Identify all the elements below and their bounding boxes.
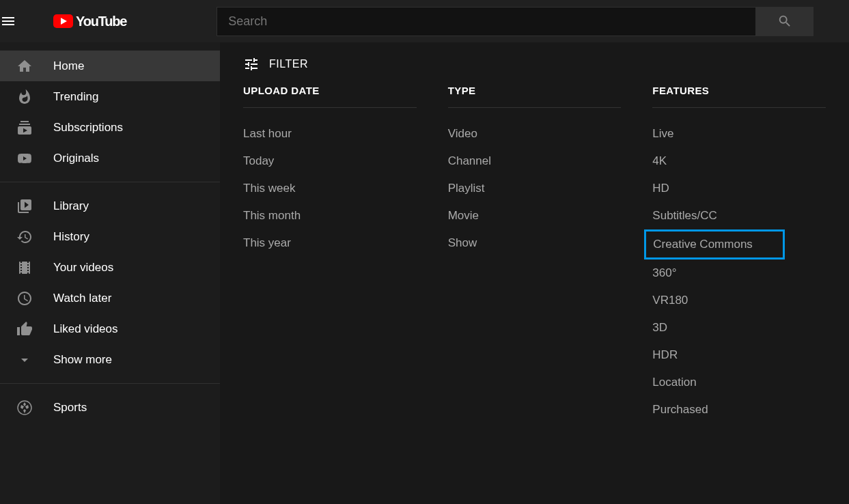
home-icon <box>16 58 33 74</box>
filter-option-360-[interactable]: 360° <box>652 260 826 287</box>
filter-option-video[interactable]: Video <box>448 120 622 148</box>
filter-option-movie[interactable]: Movie <box>448 202 622 229</box>
sidebar-item-home[interactable]: Home <box>0 51 220 81</box>
search-icon <box>777 14 792 29</box>
sidebar-item-liked-videos[interactable]: Liked videos <box>0 313 220 344</box>
youtube-logo[interactable]: YouTube <box>53 14 126 29</box>
sidebar: HomeTrendingSubscriptionsOriginals Libra… <box>0 42 220 504</box>
thumb-icon-wrap <box>16 321 53 337</box>
sidebar-item-trending[interactable]: Trending <box>0 81 220 112</box>
filter-option-creative-commons[interactable]: Creative Commons <box>644 229 785 260</box>
tune-icon <box>243 56 260 72</box>
sidebar-item-label: Trending <box>53 90 204 104</box>
clock-icon <box>16 290 33 307</box>
subscriptions-icon <box>16 120 33 136</box>
filter-option-playlist[interactable]: Playlist <box>448 175 622 202</box>
sidebar-item-label: Sports <box>53 401 204 415</box>
filter-option-hdr[interactable]: HDR <box>652 341 826 369</box>
filter-column-heading: FEATURES <box>652 85 826 108</box>
history-icon <box>16 229 33 245</box>
clock-icon-wrap <box>16 290 53 307</box>
hamburger-icon <box>0 13 16 29</box>
history-icon-wrap <box>16 229 53 245</box>
sidebar-item-label: Watch later <box>53 292 204 305</box>
sidebar-item-show-more[interactable]: Show more <box>0 344 220 375</box>
filter-option-3d[interactable]: 3D <box>652 314 826 341</box>
search-bar <box>217 8 813 35</box>
sports-icon <box>16 400 33 416</box>
sidebar-item-label: Show more <box>53 353 204 367</box>
sidebar-section-secondary: LibraryHistoryYour videosWatch laterLike… <box>0 182 220 384</box>
chevron-icon <box>16 352 33 368</box>
filter-option-last-hour[interactable]: Last hour <box>243 120 417 148</box>
search-input[interactable] <box>217 7 756 36</box>
sidebar-item-label: Subscriptions <box>53 121 204 135</box>
filter-option-hd[interactable]: HD <box>652 175 826 202</box>
originals-icon <box>16 150 33 167</box>
sidebar-item-library[interactable]: Library <box>0 191 220 221</box>
sidebar-item-your-videos[interactable]: Your videos <box>0 252 220 283</box>
filter-column-features: FEATURESLive4KHDSubtitles/CCCreative Com… <box>652 85 826 423</box>
library-icon-wrap <box>16 198 53 214</box>
originals-icon-wrap <box>16 150 53 167</box>
top-header: YouTube <box>0 0 849 42</box>
sidebar-section-extra: Sports <box>0 384 220 431</box>
filter-column-heading: UPLOAD DATE <box>243 85 417 108</box>
filter-option-4k[interactable]: 4K <box>652 148 826 175</box>
filter-column-upload-date: UPLOAD DATELast hourTodayThis weekThis m… <box>243 85 417 423</box>
subscriptions-icon-wrap <box>16 120 53 136</box>
filter-option-this-month[interactable]: This month <box>243 202 417 229</box>
filter-option-channel[interactable]: Channel <box>448 148 622 175</box>
sidebar-item-label: Your videos <box>53 261 204 275</box>
sidebar-item-subscriptions[interactable]: Subscriptions <box>0 112 220 143</box>
filter-option-live[interactable]: Live <box>652 120 826 148</box>
sidebar-item-label: History <box>53 230 204 244</box>
search-button[interactable] <box>756 7 813 36</box>
youtube-play-icon <box>53 14 73 28</box>
filter-label: FILTER <box>269 58 308 70</box>
filter-option-today[interactable]: Today <box>243 148 417 175</box>
flame-icon <box>16 89 33 105</box>
filter-option-this-week[interactable]: This week <box>243 175 417 202</box>
filter-option-vr180[interactable]: VR180 <box>652 287 826 314</box>
filter-option-purchased[interactable]: Purchased <box>652 396 826 423</box>
sidebar-item-originals[interactable]: Originals <box>0 143 220 173</box>
filter-panel: UPLOAD DATELast hourTodayThis weekThis m… <box>243 85 826 423</box>
sidebar-item-label: Liked videos <box>53 322 204 336</box>
thumb-icon <box>16 321 33 337</box>
filter-option-show[interactable]: Show <box>448 229 622 257</box>
sidebar-item-label: Library <box>53 199 204 213</box>
sidebar-item-label: Originals <box>53 152 204 165</box>
filter-column-type: TYPEVideoChannelPlaylistMovieShow <box>448 85 622 423</box>
sports-icon-wrap <box>16 400 53 416</box>
logo-text: YouTube <box>76 14 126 29</box>
home-icon-wrap <box>16 58 53 74</box>
flame-icon-wrap <box>16 89 53 105</box>
filter-column-heading: TYPE <box>448 85 622 108</box>
filter-toggle-button[interactable]: FILTER <box>243 45 826 83</box>
main-content: FILTER UPLOAD DATELast hourTodayThis wee… <box>220 42 849 504</box>
filter-option-subtitles-cc[interactable]: Subtitles/CC <box>652 202 826 229</box>
sidebar-section-primary: HomeTrendingSubscriptionsOriginals <box>0 42 220 182</box>
library-icon <box>16 198 33 214</box>
yourvideos-icon <box>16 260 33 276</box>
yourvideos-icon-wrap <box>16 260 53 276</box>
hamburger-menu-button[interactable] <box>0 13 49 29</box>
filter-option-location[interactable]: Location <box>652 369 826 396</box>
sidebar-item-watch-later[interactable]: Watch later <box>0 283 220 313</box>
sidebar-item-sports[interactable]: Sports <box>0 392 220 423</box>
filter-option-this-year[interactable]: This year <box>243 229 417 257</box>
sidebar-item-label: Home <box>53 59 204 73</box>
sidebar-item-history[interactable]: History <box>0 221 220 252</box>
chevron-icon-wrap <box>16 352 53 368</box>
